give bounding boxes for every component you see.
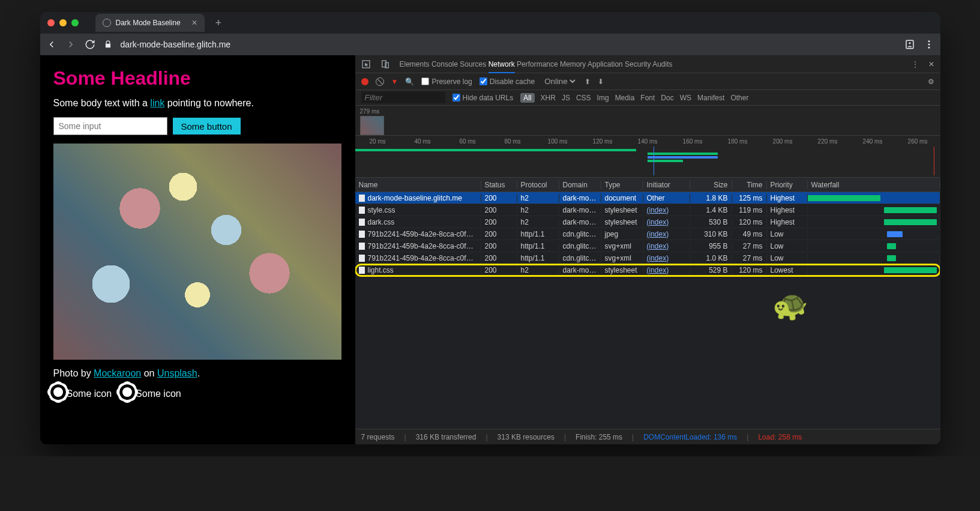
caption-link-author[interactable]: Mockaroon <box>94 368 141 378</box>
col-priority[interactable]: Priority <box>767 181 808 189</box>
disable-cache-label: Disable cache <box>490 77 535 86</box>
status-requests: 7 requests <box>361 433 395 441</box>
cell-waterfall <box>808 216 940 228</box>
inspect-icon[interactable] <box>361 59 371 69</box>
tick-label: 200 ms <box>760 138 805 145</box>
close-tab-icon[interactable]: ✕ <box>191 19 197 27</box>
devtools-tab-memory[interactable]: Memory <box>560 60 586 68</box>
maximize-window-button[interactable] <box>71 19 79 26</box>
filter-input[interactable] <box>361 92 445 103</box>
type-filter-ws[interactable]: WS <box>680 94 691 102</box>
body-link[interactable]: link <box>150 98 164 108</box>
type-filter-xhr[interactable]: XHR <box>541 94 556 102</box>
type-filter-all[interactable]: All <box>520 93 534 103</box>
type-filter-css[interactable]: CSS <box>576 94 591 102</box>
globe-icon <box>103 19 111 27</box>
filmstrip-thumb <box>360 116 384 135</box>
network-timeline[interactable]: 20 ms40 ms60 ms80 ms100 ms120 ms140 ms16… <box>355 136 940 178</box>
back-button[interactable] <box>46 39 57 50</box>
table-row[interactable]: style.css200h2dark-mo…stylesheet(index)1… <box>355 204 940 216</box>
cell-initiator[interactable]: (index) <box>643 230 690 238</box>
close-devtools-icon[interactable]: ✕ <box>928 60 934 68</box>
new-tab-button[interactable]: + <box>215 17 222 29</box>
type-filter-img[interactable]: Img <box>597 94 609 102</box>
cell-protocol: http/1.1 <box>517 242 559 250</box>
profile-icon[interactable] <box>904 39 915 50</box>
settings-icon[interactable]: ⚙ <box>928 77 934 86</box>
close-window-button[interactable] <box>47 19 55 26</box>
file-icon <box>359 195 365 202</box>
col-domain[interactable]: Domain <box>559 181 601 189</box>
cell-initiator[interactable]: (index) <box>643 242 690 250</box>
device-icon[interactable] <box>380 59 390 69</box>
timeline-bars <box>355 149 940 173</box>
demo-button[interactable]: Some button <box>172 117 241 135</box>
cell-initiator[interactable]: (index) <box>643 218 690 226</box>
address-bar[interactable]: dark-mode-baseline.glitch.me <box>121 40 896 49</box>
forward-button[interactable] <box>65 39 76 50</box>
cell-domain: dark-mo… <box>559 206 601 214</box>
devtools-tab-performance[interactable]: Performance <box>517 60 558 68</box>
throttle-select[interactable]: Online <box>542 76 577 86</box>
browser-tab[interactable]: Dark Mode Baseline ✕ <box>95 14 205 32</box>
filter-icon[interactable]: ▼ <box>391 77 398 86</box>
devtools-tab-network[interactable]: Network <box>488 60 515 73</box>
type-filter-other[interactable]: Other <box>730 94 748 102</box>
cell-waterfall <box>808 204 940 216</box>
demo-image <box>53 144 341 360</box>
tick-label: 80 ms <box>490 138 535 145</box>
cell-initiator[interactable]: (index) <box>643 206 690 214</box>
col-waterfall[interactable]: Waterfall <box>808 181 940 189</box>
tick-label: 120 ms <box>580 138 625 145</box>
file-icon <box>359 267 365 274</box>
col-size[interactable]: Size <box>690 181 732 189</box>
devtools-tab-security[interactable]: Security <box>625 60 651 68</box>
table-row[interactable]: dark-mode-baseline.glitch.me200h2dark-mo… <box>355 192 940 204</box>
table-row[interactable]: light.css200h2dark-mo…stylesheet(index)5… <box>355 264 940 276</box>
upload-icon[interactable]: ⬆ <box>585 77 591 86</box>
demo-input[interactable] <box>53 117 167 135</box>
menu-icon[interactable] <box>924 39 934 50</box>
download-icon[interactable]: ⬇ <box>598 77 604 86</box>
preserve-log-checkbox[interactable]: Preserve log <box>421 77 472 86</box>
col-initiator[interactable]: Initiator <box>643 181 690 189</box>
network-overview[interactable]: 279 ms <box>355 106 940 136</box>
record-button[interactable] <box>361 78 368 85</box>
type-filter-doc[interactable]: Doc <box>661 94 673 102</box>
table-row[interactable]: 791b2241-459b-4a2e-8cca-c0fdc2…200http/1… <box>355 240 940 252</box>
devtools-tab-application[interactable]: Application <box>588 60 623 68</box>
cell-initiator[interactable]: (index) <box>643 266 690 274</box>
devtools-tab-elements[interactable]: Elements <box>400 60 430 68</box>
clear-button[interactable] <box>376 77 384 86</box>
type-filter-manifest[interactable]: Manifest <box>697 94 724 102</box>
browser-window: Dark Mode Baseline ✕ + dark-mode-baselin… <box>40 12 940 444</box>
more-icon[interactable]: ⋮ <box>912 60 919 68</box>
network-status-bar: 7 requests| 316 KB transferred| 313 KB r… <box>355 429 940 444</box>
devtools-tab-console[interactable]: Console <box>431 60 458 68</box>
caption-link-site[interactable]: Unsplash <box>157 368 197 378</box>
col-protocol[interactable]: Protocol <box>517 181 559 189</box>
table-row[interactable]: dark.css200h2dark-mo…stylesheet(index)53… <box>355 216 940 228</box>
minimize-window-button[interactable] <box>59 19 67 26</box>
table-header[interactable]: Name Status Protocol Domain Type Initiat… <box>355 178 940 192</box>
cell-initiator[interactable]: Other <box>643 194 690 202</box>
type-filter-font[interactable]: Font <box>640 94 655 102</box>
table-row[interactable]: 791b2241-459b-4a2e-8cca-c0fdc2…200http/1… <box>355 252 940 264</box>
type-filter-media[interactable]: Media <box>615 94 635 102</box>
col-time[interactable]: Time <box>732 181 767 189</box>
cell-domain: dark-mo… <box>559 266 601 274</box>
disable-cache-checkbox[interactable]: Disable cache <box>479 77 535 86</box>
reload-button[interactable] <box>85 39 95 50</box>
col-status[interactable]: Status <box>481 181 517 189</box>
col-name[interactable]: Name <box>355 181 481 189</box>
devtools-tab-audits[interactable]: Audits <box>652 60 672 68</box>
body-text-post: pointing to nowhere. <box>164 98 254 108</box>
type-filter-js[interactable]: JS <box>562 94 570 102</box>
col-type[interactable]: Type <box>601 181 643 189</box>
table-row[interactable]: 791b2241-459b-4a2e-8cca-c0fdc2…200http/1… <box>355 228 940 240</box>
hide-data-urls-checkbox[interactable]: Hide data URLs <box>452 94 514 102</box>
devtools-tab-sources[interactable]: Sources <box>460 60 486 68</box>
search-icon[interactable]: 🔍 <box>405 77 414 86</box>
cell-initiator[interactable]: (index) <box>643 254 690 262</box>
status-transferred: 316 KB transferred <box>416 433 476 441</box>
